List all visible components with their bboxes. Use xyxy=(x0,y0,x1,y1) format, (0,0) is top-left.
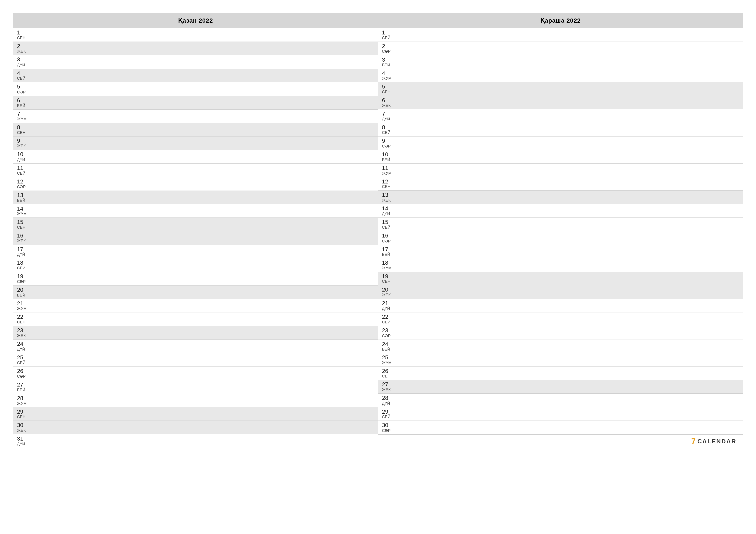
day-info: 29 СЕН xyxy=(17,409,30,420)
day-info: 18 СЕЙ xyxy=(17,260,30,270)
november-day-row: 12 СЕН xyxy=(378,177,743,191)
day-number: 22 xyxy=(382,314,395,320)
day-info: 4 СЕЙ xyxy=(17,70,30,81)
day-number: 4 xyxy=(17,70,30,76)
november-day-row: 15 СЕЙ xyxy=(378,218,743,231)
day-number: 11 xyxy=(17,165,30,171)
day-info: 8 СЕЙ xyxy=(382,124,395,135)
october-day-row: 14 ЖУМ xyxy=(13,204,378,218)
day-number: 28 xyxy=(382,395,395,401)
day-name: СЕН xyxy=(382,279,395,284)
day-name: СЕН xyxy=(17,415,30,419)
day-name: ЖУМ xyxy=(17,117,30,121)
day-number: 15 xyxy=(382,219,395,225)
november-day-row: 6 ЖЕК xyxy=(378,96,743,109)
day-number: 13 xyxy=(17,192,30,198)
day-info: 8 СЕН xyxy=(17,124,30,135)
day-number: 29 xyxy=(382,409,395,415)
october-day-row: 16 ЖЕК xyxy=(13,231,378,245)
day-name: БЕЙ xyxy=(382,252,395,257)
day-info: 7 ЖУМ xyxy=(17,111,30,122)
day-info: 24 ДҮЙ xyxy=(17,341,30,352)
day-name: СЕН xyxy=(17,36,30,40)
day-name: СЕЙ xyxy=(382,36,395,40)
november-day-row: 11 ЖУМ xyxy=(378,164,743,177)
november-day-row: 23 СӘР xyxy=(378,326,743,340)
november-day-row: 3 БЕЙ xyxy=(378,55,743,69)
november-day-row: 10 БЕЙ xyxy=(378,150,743,164)
november-day-row: 21 ДҮЙ xyxy=(378,299,743,313)
november-header: Қараша 2022 xyxy=(378,13,743,28)
day-info: 27 ЖЕК xyxy=(382,381,395,392)
day-info: 18 ЖУМ xyxy=(382,260,395,270)
october-title: Қазан 2022 xyxy=(178,17,213,24)
day-name: БЕЙ xyxy=(382,63,395,67)
october-day-row: 31 ДҮЙ xyxy=(13,434,378,448)
day-info: 21 ДҮЙ xyxy=(382,300,395,311)
day-name: БЕЙ xyxy=(17,104,30,108)
day-name: СЕН xyxy=(17,320,30,324)
day-name: ЖУМ xyxy=(382,361,395,365)
day-number: 19 xyxy=(382,273,395,279)
day-number: 3 xyxy=(17,56,30,63)
day-name: БЕЙ xyxy=(382,347,395,352)
november-day-row: 25 ЖУМ xyxy=(378,353,743,367)
day-number: 26 xyxy=(382,368,395,374)
day-number: 25 xyxy=(17,354,30,361)
day-number: 14 xyxy=(17,206,30,212)
day-name: СЕН xyxy=(382,374,395,378)
day-name: ДҮЙ xyxy=(17,157,30,162)
day-name: ЖЕК xyxy=(382,388,395,392)
day-info: 11 ЖУМ xyxy=(382,165,395,176)
october-column: Қазан 2022 1 СЕН 2 ЖЕК 3 ДҮЙ 4 СЕЙ xyxy=(13,13,378,448)
day-number: 17 xyxy=(17,246,30,252)
october-day-row: 2 ЖЕК xyxy=(13,42,378,55)
day-number: 5 xyxy=(17,84,30,90)
day-number: 3 xyxy=(382,57,395,63)
day-name: СЕЙ xyxy=(17,76,30,81)
day-info: 10 ДҮЙ xyxy=(17,151,30,162)
day-number: 11 xyxy=(382,165,395,171)
day-number: 10 xyxy=(382,151,395,158)
day-number: 30 xyxy=(17,422,30,428)
october-day-row: 1 СЕН xyxy=(13,28,378,42)
november-day-row: 2 СӘР xyxy=(378,42,743,56)
day-name: СӘР xyxy=(17,279,30,284)
day-name: ДҮЙ xyxy=(382,306,395,311)
october-day-row: 6 БЕЙ xyxy=(13,96,378,110)
day-number: 25 xyxy=(382,354,395,361)
november-day-row: 17 БЕЙ xyxy=(378,245,743,259)
october-day-row: 20 БЕЙ xyxy=(13,286,378,299)
october-day-row: 4 СЕЙ xyxy=(13,69,378,83)
november-title: Қараша 2022 xyxy=(540,17,581,24)
day-name: ЖУМ xyxy=(17,401,30,406)
day-number: 4 xyxy=(382,70,395,76)
day-info: 21 ЖУМ xyxy=(17,300,30,311)
day-info: 10 БЕЙ xyxy=(382,151,395,162)
november-day-row: 13 ЖЕК xyxy=(378,191,743,204)
day-info: 19 СӘР xyxy=(17,273,30,284)
day-info: 11 СЕЙ xyxy=(17,165,30,176)
day-name: ЖЕК xyxy=(382,293,395,297)
october-day-row: 18 СЕЙ xyxy=(13,258,378,272)
day-info: 29 СЕЙ xyxy=(382,409,395,420)
november-day-row: 5 СЕН xyxy=(378,82,743,96)
day-name: ЖЕК xyxy=(382,103,395,108)
day-info: 23 СӘР xyxy=(382,327,395,338)
day-info: 2 ЖЕК xyxy=(17,43,30,54)
october-day-row: 10 ДҮЙ xyxy=(13,150,378,164)
day-info: 2 СӘР xyxy=(382,43,395,54)
day-number: 28 xyxy=(17,395,30,401)
day-info: 4 ЖУМ xyxy=(382,70,395,81)
day-name: СӘР xyxy=(382,428,395,433)
day-info: 24 БЕЙ xyxy=(382,341,395,352)
november-day-row: 1 СЕЙ xyxy=(378,28,743,42)
day-number: 17 xyxy=(382,246,395,253)
day-info: 17 ДҮЙ xyxy=(17,246,30,257)
day-info: 6 БЕЙ xyxy=(17,97,30,108)
november-day-row: 8 СЕЙ xyxy=(378,123,743,137)
day-number: 23 xyxy=(17,327,30,334)
day-info: 1 СЕН xyxy=(17,30,30,40)
day-number: 27 xyxy=(17,382,30,388)
day-info: 16 СӘР xyxy=(382,233,395,243)
